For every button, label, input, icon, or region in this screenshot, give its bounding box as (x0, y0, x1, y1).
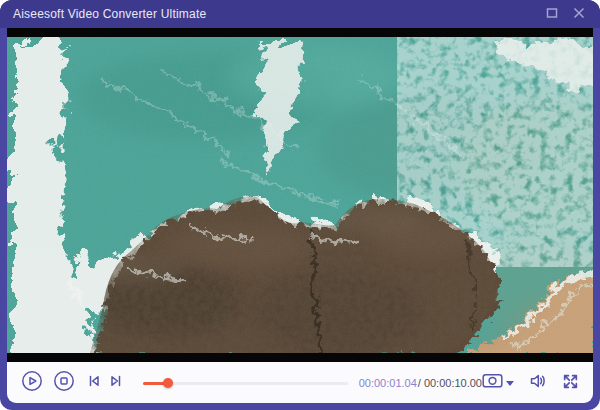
maximize-icon (546, 5, 558, 23)
close-button[interactable] (570, 5, 588, 23)
stop-button[interactable] (52, 369, 76, 396)
time-current: 00:00:01.04 (359, 377, 417, 389)
previous-button[interactable] (85, 372, 103, 393)
play-icon (20, 369, 44, 396)
seek-track[interactable] (143, 382, 348, 385)
volume-icon (529, 373, 547, 392)
window-title: Aiseesoft Video Converter Ultimate (0, 7, 206, 21)
next-button[interactable] (107, 372, 125, 393)
app-window: Aiseesoft Video Converter Ultimate (0, 0, 600, 410)
video-preview (7, 28, 593, 362)
seek-progress (143, 382, 168, 385)
snapshot-icon (482, 372, 503, 393)
close-icon (573, 5, 585, 23)
time-total: 00:00:10.00 (424, 377, 482, 389)
fullscreen-button[interactable] (562, 373, 579, 393)
skip-previous-icon (85, 372, 103, 393)
time-separator: / (418, 377, 421, 389)
play-button[interactable] (20, 369, 44, 396)
window-controls (543, 5, 600, 23)
fullscreen-icon (562, 373, 579, 393)
right-controls (482, 372, 593, 393)
seek-slider[interactable] (143, 376, 348, 390)
time-display: 00:00:01.04/00:00:10.00 (359, 377, 482, 389)
volume-button[interactable] (529, 373, 547, 392)
titlebar: Aiseesoft Video Converter Ultimate (0, 0, 600, 28)
video-still-waves-on-rocks (7, 37, 593, 353)
stop-icon (52, 369, 76, 396)
dropdown-caret-icon[interactable] (506, 381, 514, 386)
maximize-button[interactable] (543, 5, 561, 23)
skip-next-icon (107, 372, 125, 393)
player-controls: 00:00:01.04/00:00:10.00 (7, 362, 593, 403)
snapshot-button[interactable] (482, 372, 514, 393)
seek-handle[interactable] (163, 378, 173, 388)
